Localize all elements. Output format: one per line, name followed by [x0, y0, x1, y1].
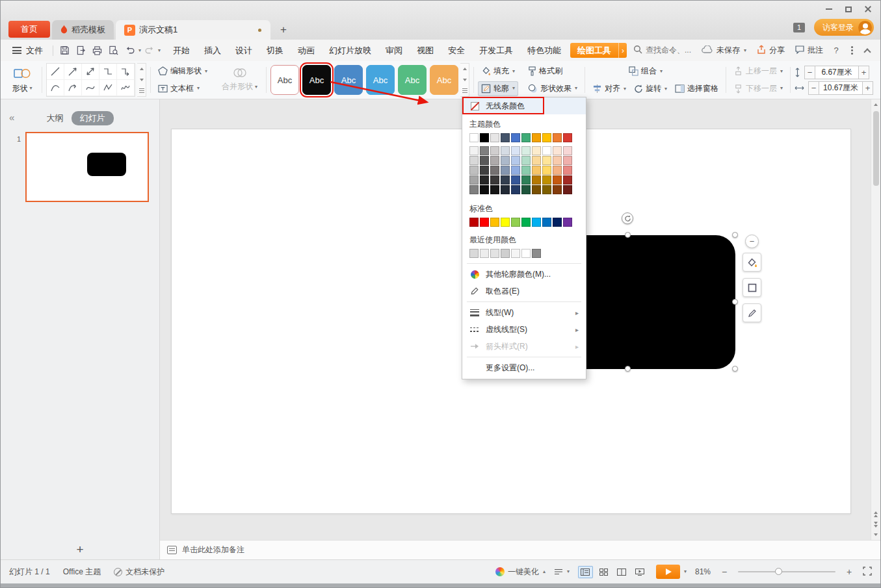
new-tab-button[interactable]: +	[272, 20, 295, 40]
freeform-shape-button[interactable]	[99, 80, 117, 96]
undo-button[interactable]	[122, 43, 138, 58]
menu-item-3[interactable]: 切换	[259, 43, 291, 58]
menu-item-10[interactable]: 特色功能	[520, 43, 568, 58]
rotate-button[interactable]: 旋转 ▾	[631, 81, 670, 97]
zoom-out-button[interactable]: −	[719, 567, 730, 577]
edit-shape-button[interactable]: 编辑形状 ▾	[155, 64, 211, 79]
tab-docer[interactable]: 稻壳模板	[52, 20, 114, 40]
theme-tint-swatch[interactable]	[480, 146, 489, 155]
save-button[interactable]	[57, 43, 73, 58]
line-weight-item[interactable]: 线型(W) ▸	[462, 304, 586, 321]
print-button[interactable]	[89, 43, 105, 58]
theme-color-swatch[interactable]	[501, 133, 510, 142]
collapse-float-toolbar-button[interactable]: −	[745, 235, 759, 248]
theme-tint-swatch[interactable]	[480, 185, 489, 194]
merge-shapes-button[interactable]: 合并形状▾	[217, 64, 262, 96]
slide-sorter-view-button[interactable]	[596, 566, 611, 578]
print-preview-button[interactable]	[105, 43, 122, 58]
vertical-scrollbar[interactable]	[871, 99, 880, 540]
theme-tint-swatch[interactable]	[511, 175, 520, 185]
theme-tint-swatch[interactable]	[501, 156, 510, 165]
theme-tint-swatch[interactable]	[553, 166, 562, 175]
quick-outline-button[interactable]	[743, 278, 761, 297]
theme-tint-swatch[interactable]	[532, 175, 541, 185]
play-caret-icon[interactable]: ▾	[684, 569, 687, 574]
theme-tint-swatch[interactable]	[532, 166, 541, 175]
menu-item-6[interactable]: 审阅	[378, 43, 410, 58]
height-decrease-button[interactable]: −	[804, 66, 815, 79]
theme-tint-swatch[interactable]	[501, 185, 510, 194]
theme-color-swatch[interactable]	[469, 133, 479, 142]
redo-button[interactable]	[141, 43, 157, 58]
shape-effects-button[interactable]: 形状效果 ▾	[525, 81, 581, 97]
add-slide-button[interactable]: +	[1, 540, 160, 559]
menu-item-8[interactable]: 安全	[441, 43, 472, 58]
send-backward-button[interactable]: 下移一层 ▾	[730, 81, 786, 97]
recent-color-swatch[interactable]	[532, 249, 541, 258]
curve-arrow-shape-button[interactable]	[64, 80, 82, 96]
theme-tint-swatch[interactable]	[469, 175, 479, 185]
theme-tint-swatch[interactable]	[532, 146, 541, 155]
theme-tint-swatch[interactable]	[542, 175, 551, 185]
standard-color-swatch[interactable]	[480, 218, 489, 227]
shape-style-preset-1[interactable]: Abc	[270, 65, 299, 95]
theme-tint-swatch[interactable]	[563, 156, 572, 165]
theme-tint-swatch[interactable]	[480, 156, 489, 165]
recent-color-swatch[interactable]	[511, 249, 520, 258]
theme-tint-swatch[interactable]	[563, 146, 572, 155]
group-button[interactable]: 组合 ▾	[625, 64, 666, 79]
format-painter-button[interactable]: 格式刷	[525, 64, 581, 79]
zoom-level[interactable]: 81%	[695, 567, 711, 576]
shape-style-preset-4[interactable]: Abc	[366, 65, 395, 95]
fit-slide-button[interactable]	[863, 567, 872, 578]
recent-color-swatch[interactable]	[490, 249, 499, 258]
slideshow-view-button[interactable]	[633, 566, 648, 578]
rotate-handle[interactable]	[622, 212, 633, 224]
standard-color-swatch[interactable]	[511, 218, 520, 227]
tab-slides[interactable]: 幻灯片	[72, 111, 114, 125]
standard-color-swatch[interactable]	[501, 218, 510, 227]
quickbar-more-caret-icon[interactable]: ▾	[158, 48, 161, 53]
elbow-arrow-shape-button[interactable]	[117, 64, 135, 80]
arrow-style-item[interactable]: 箭头样式(R) ▸	[462, 338, 586, 355]
standard-color-swatch[interactable]	[563, 218, 572, 227]
standard-color-swatch[interactable]	[542, 218, 551, 227]
line-double-arrow-shape-button[interactable]	[82, 64, 99, 80]
theme-tint-swatch[interactable]	[542, 185, 551, 194]
resize-handle-s[interactable]	[625, 366, 631, 372]
theme-tint-swatch[interactable]	[469, 166, 479, 175]
theme-color-swatch[interactable]	[480, 133, 489, 142]
theme-tint-swatch[interactable]	[501, 166, 510, 175]
recent-color-swatch[interactable]	[501, 249, 510, 258]
shape-style-preset-2[interactable]: Abc	[302, 65, 331, 95]
width-decrease-button[interactable]: −	[808, 81, 819, 95]
login-button[interactable]: 访客登录	[814, 19, 874, 36]
command-search[interactable]: 查找命令、...	[633, 45, 691, 56]
line-shape-button[interactable]	[47, 64, 64, 80]
curve-double-shape-button[interactable]	[82, 80, 99, 96]
theme-tint-swatch[interactable]	[542, 146, 551, 155]
recent-color-swatch[interactable]	[480, 249, 489, 258]
textbox-button[interactable]: 文本框 ▾	[155, 81, 211, 97]
previous-slide-button[interactable]	[874, 509, 878, 519]
abc-scroll-up-button[interactable]	[460, 64, 469, 75]
protection-status[interactable]: 文档未保护	[114, 567, 164, 578]
notes-panel-toggle[interactable]: ▾	[554, 569, 570, 575]
resize-handle-e[interactable]	[732, 299, 738, 305]
menu-item-5[interactable]: 幻灯片放映	[322, 43, 378, 58]
theme-tint-swatch[interactable]	[490, 175, 499, 185]
resize-handle-ne[interactable]	[732, 232, 738, 238]
outline-button[interactable]: 轮廓 ▾	[478, 81, 518, 97]
theme-color-swatch[interactable]	[553, 133, 562, 142]
theme-tint-swatch[interactable]	[511, 156, 520, 165]
theme-tint-swatch[interactable]	[532, 156, 541, 165]
minimize-button[interactable]	[819, 1, 839, 18]
export-button[interactable]	[73, 43, 89, 58]
height-increase-button[interactable]: +	[858, 66, 869, 79]
tab-document[interactable]: P 演示文稿1	[116, 20, 270, 40]
beautify-button[interactable]: 一键美化 ▴	[495, 567, 546, 578]
theme-tint-swatch[interactable]	[480, 175, 489, 185]
resize-handle-se[interactable]	[732, 366, 738, 372]
more-settings-item[interactable]: 更多设置(O)...	[462, 359, 586, 376]
theme-color-swatch[interactable]	[511, 133, 520, 142]
